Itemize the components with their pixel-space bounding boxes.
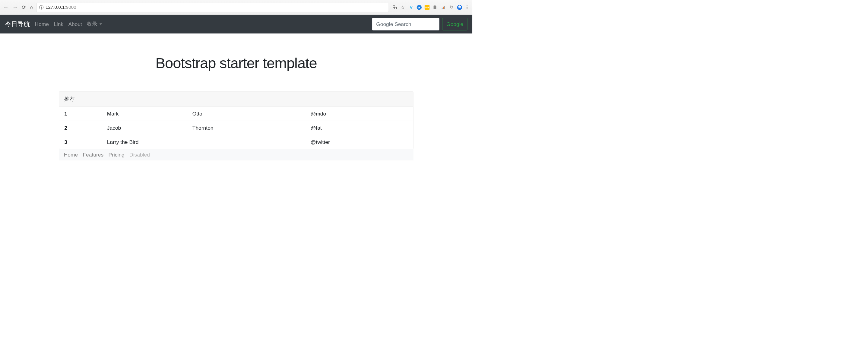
extension-bars-icon[interactable] <box>441 5 446 10</box>
url-port: :9000 <box>65 5 76 10</box>
nav-link-label: Link <box>54 21 63 27</box>
recommend-card: 推荐 1 Mark Otto @mdo 2 Jacob Thornton @fa… <box>59 91 413 149</box>
nav-link-link[interactable]: Link <box>54 21 63 28</box>
navbar-nav: Home Link About 收录 <box>35 21 372 28</box>
row-first: Mark <box>102 107 187 121</box>
reload-button[interactable]: ⟳ <box>22 5 26 10</box>
table-row: 3 Larry the Bird @twitter <box>59 135 413 149</box>
table-row: 1 Mark Otto @mdo <box>59 107 413 121</box>
nav-link-home[interactable]: Home <box>35 21 49 28</box>
svg-rect-1 <box>395 7 396 9</box>
navbar-brand[interactable]: 今日导航 <box>5 20 30 28</box>
page-title: Bootstrap starter template <box>59 55 413 72</box>
footer-link-disabled: Disabled <box>129 152 150 158</box>
footer-nav: Home Features Pricing Disabled <box>59 149 413 161</box>
browser-nav-buttons: ← → ⟳ ⌂ <box>3 5 33 10</box>
search-button[interactable]: Google <box>442 18 467 30</box>
row-handle: @mdo <box>305 107 413 121</box>
chevron-down-icon <box>99 24 102 25</box>
table-row: 2 Jacob Thornton @fat <box>59 121 413 135</box>
url-text: 127.0.0.1:9000 <box>45 5 76 10</box>
row-handle: @twitter <box>305 135 413 149</box>
row-first: Larry the Bird <box>102 135 305 149</box>
footer-link-pricing[interactable]: Pricing <box>108 152 125 158</box>
card-header: 推荐 <box>59 92 413 107</box>
footer-link-home[interactable]: Home <box>64 152 78 158</box>
browser-menu-button[interactable] <box>465 5 467 9</box>
main-container: Bootstrap starter template 推荐 1 Mark Ott… <box>54 55 418 160</box>
forward-button[interactable]: → <box>12 5 18 10</box>
row-first: Jacob <box>102 121 187 135</box>
extension-a-icon[interactable]: a <box>417 5 422 10</box>
navbar-right: Google <box>372 18 467 30</box>
extension-refresh-icon[interactable]: ↻ <box>449 5 454 10</box>
extension-yellow-icon[interactable]: ••• <box>425 5 430 10</box>
nav-link-dropdown[interactable]: 收录 <box>87 21 102 28</box>
row-last: Otto <box>187 107 305 121</box>
svg-rect-3 <box>443 7 444 9</box>
nav-link-label: Home <box>35 21 49 27</box>
row-last: Thornton <box>187 121 305 135</box>
row-id: 3 <box>59 135 102 149</box>
data-table: 1 Mark Otto @mdo 2 Jacob Thornton @fat 3… <box>59 107 413 149</box>
svg-rect-4 <box>444 6 445 9</box>
address-bar[interactable]: i 127.0.0.1:9000 <box>36 3 389 12</box>
site-info-icon[interactable]: i <box>39 5 43 9</box>
home-button[interactable]: ⌂ <box>30 5 33 10</box>
browser-toolbar: ← → ⟳ ⌂ i 127.0.0.1:9000 ☆ V a ••• ↻ 🏛 <box>0 0 472 15</box>
row-handle: @fat <box>305 121 413 135</box>
extension-v-icon[interactable]: V <box>409 5 414 10</box>
back-button[interactable]: ← <box>3 5 8 10</box>
row-id: 1 <box>59 107 102 121</box>
translate-icon[interactable] <box>392 5 397 10</box>
bookmark-star-icon[interactable]: ☆ <box>400 5 405 10</box>
nav-link-label: 收录 <box>87 21 97 28</box>
nav-link-about[interactable]: About <box>68 21 82 28</box>
footer-link-features[interactable]: Features <box>83 152 103 158</box>
url-host: 127.0.0.1 <box>45 5 65 10</box>
extension-bank-icon[interactable]: 🏛 <box>457 5 462 10</box>
row-id: 2 <box>59 121 102 135</box>
app-navbar: 今日导航 Home Link About 收录 Google <box>0 15 472 33</box>
extension-evernote-icon[interactable] <box>433 5 438 10</box>
browser-extension-icons: ☆ V a ••• ↻ 🏛 <box>392 5 469 10</box>
nav-link-label: About <box>68 21 82 27</box>
svg-rect-2 <box>442 7 443 9</box>
search-input[interactable] <box>372 18 439 30</box>
